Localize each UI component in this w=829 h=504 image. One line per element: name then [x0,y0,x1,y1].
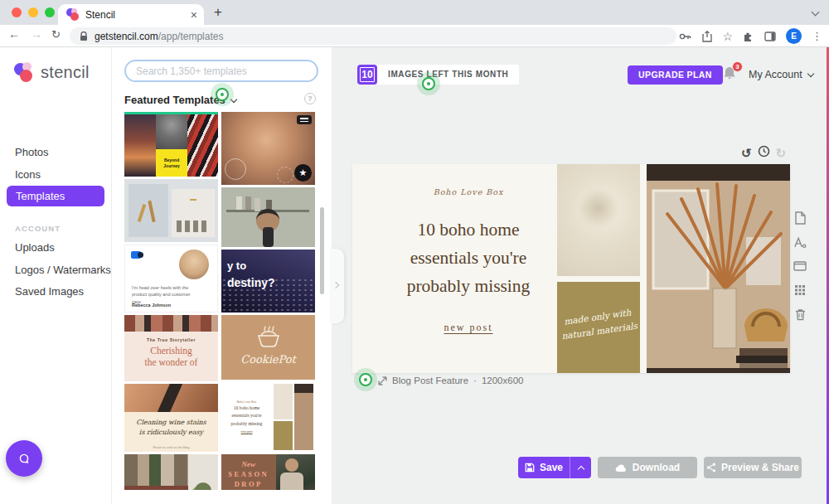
thumb-menu-icon[interactable] [297,115,312,124]
sidebar-item-saved-images[interactable]: Saved Images [15,285,84,298]
back-button[interactable]: ← [8,27,20,41]
mini-title3: probably missing [230,421,262,427]
canvas-cta-text[interactable]: new post [352,322,584,334]
photo-strip [124,315,218,332]
trash-icon[interactable] [793,308,807,321]
template-thumb-new-season[interactable]: New SEASON DROP ↓ [221,454,315,490]
sidebar-item-uploads[interactable]: Uploads [15,241,55,254]
history-clock-icon[interactable] [758,145,770,161]
interior-photo-1 [128,184,168,237]
download-button[interactable]: Download [598,457,697,478]
browser-tab[interactable]: Stencil × [58,4,204,25]
browser-tab-strip: Stencil × + [0,0,829,25]
interior-photo-2 [172,189,215,237]
chat-widget-button[interactable] [6,440,42,477]
save-floppy-icon [525,463,535,472]
reload-button[interactable]: ↻ [51,28,61,41]
window-minimize-button[interactable] [28,7,38,17]
season-line3: DROP [221,480,276,488]
stencil-logo-text: stencil [41,63,90,82]
template-thumb-boho-mini[interactable]: Boho Love Box 10 boho home essentials yo… [221,382,315,452]
template-thumb-woman-portrait[interactable]: ★ [221,112,315,185]
template-thumb-bloomgal[interactable]: BloomGal [124,454,218,490]
template-thumb-testimonial[interactable]: I'm head over heels with the product qua… [124,245,218,313]
url-path: /app/templates [158,31,224,42]
chat-bubble-icon [16,450,32,467]
click-indicator-header [417,72,440,95]
download-cloud-icon [615,463,628,472]
canvas-title-text[interactable]: 10 boho home essentials you're probably … [352,216,584,300]
template-thumb-cookiepot[interactable]: CookiePot [221,315,315,380]
sunset-photo [124,112,156,177]
tab-title: Stencil [85,9,191,21]
mini-photo-cream [274,384,293,419]
image-frame-icon[interactable] [793,259,807,273]
undo-icon[interactable]: ↺ [741,146,752,161]
meta-separator: · [473,376,477,385]
mini-photo-brown [294,384,313,450]
microphone [263,227,274,247]
text-tool-icon[interactable] [793,235,807,249]
password-key-icon[interactable] [679,32,692,41]
canvas-history-tools: ↺ ↻ [741,145,786,161]
wine-line2: is ridiculously easy [124,428,218,438]
sidebar-item-icons[interactable]: Icons [15,168,41,181]
stencil-logo[interactable]: stencil [14,62,90,82]
forward-button[interactable]: → [31,27,42,41]
chevron-up-icon [577,465,584,472]
template-thumb-interior[interactable] [124,179,218,242]
share-icon[interactable] [702,31,712,42]
design-canvas[interactable]: Boho Love Box 10 boho home essentials yo… [352,164,790,373]
search-input[interactable] [124,60,318,82]
template-thumb-storyteller[interactable]: The True Storyteller Cherishing the wond… [124,315,218,381]
destiny-line2: destiny? [227,276,275,289]
help-icon[interactable]: ? [304,93,316,104]
bookmark-star-icon[interactable]: ☆ [722,31,733,42]
cookiepot-brand: CookiePot [221,353,315,366]
redo-icon[interactable]: ↻ [776,146,787,161]
canvas-meta-row[interactable]: Blog Post Feature · 1200x600 [378,376,523,385]
beyond-journey-label: Beyond Journey [156,149,187,177]
profile-avatar[interactable]: E [786,28,802,44]
canvas-photo-flower[interactable] [557,164,640,276]
mini-title1: 10 boho home [234,405,259,411]
my-account-menu[interactable]: My Account [749,69,813,80]
sidepanel-icon[interactable] [764,32,776,41]
sidebar-item-templates[interactable]: Templates [7,186,104,206]
page-icon[interactable] [793,211,807,225]
my-account-label: My Account [749,69,802,80]
window-close-button[interactable] [12,7,22,17]
preview-share-button[interactable]: Preview & Share [704,457,802,478]
bride-photo [188,454,218,490]
template-thumb-destiny[interactable]: y to destiny? [221,250,315,313]
testimonial-author: Rebecca Johnson [132,303,171,308]
sidebar-item-logos-watermarks[interactable]: Logos / Watermarks [15,264,111,276]
new-tab-button[interactable]: + [214,4,222,21]
url-field[interactable]: getstencil.com/app/templates [70,27,676,45]
grid-icon[interactable] [793,284,807,297]
extensions-puzzle-icon[interactable] [743,31,754,42]
browser-address-bar: ← → ↻ getstencil.com/app/templates ☆ E [0,25,829,47]
save-button[interactable]: Save [518,457,570,478]
chrome-chevron-down-icon[interactable] [812,8,820,17]
upgrade-plan-button[interactable]: UPGRADE PLAN [628,65,723,85]
save-options-button[interactable] [570,457,591,478]
sidebar-item-photos[interactable]: Photos [15,146,48,158]
window-zoom-button[interactable] [45,7,55,17]
panel-scrollbar[interactable] [320,207,324,294]
canvas-brand-text[interactable]: Boho Love Box [352,187,584,196]
canvas-photo-palm[interactable] [647,164,790,373]
sidebar: stencil Photos Icons Templates ACCOUNT U… [0,47,112,504]
account-section-label: ACCOUNT [15,224,61,233]
wine-photo [124,384,218,412]
canvas-olive-block[interactable]: made only with natural materials [557,282,640,373]
template-thumb-podcast[interactable] [221,187,315,247]
storyteller-kicker: The True Storyteller [124,337,218,342]
template-thumb-beyond-journey[interactable]: Beyond Journey [124,112,218,177]
favorite-star-badge[interactable]: ★ [294,164,312,182]
share-nodes-icon [706,463,716,472]
canvas-tool-rail [788,211,812,321]
tab-close-icon[interactable]: × [191,8,197,22]
browser-menu-icon[interactable]: ⋮ [812,30,822,42]
template-thumb-wine[interactable]: Cleaning wine stains is ridiculously eas… [124,384,218,452]
